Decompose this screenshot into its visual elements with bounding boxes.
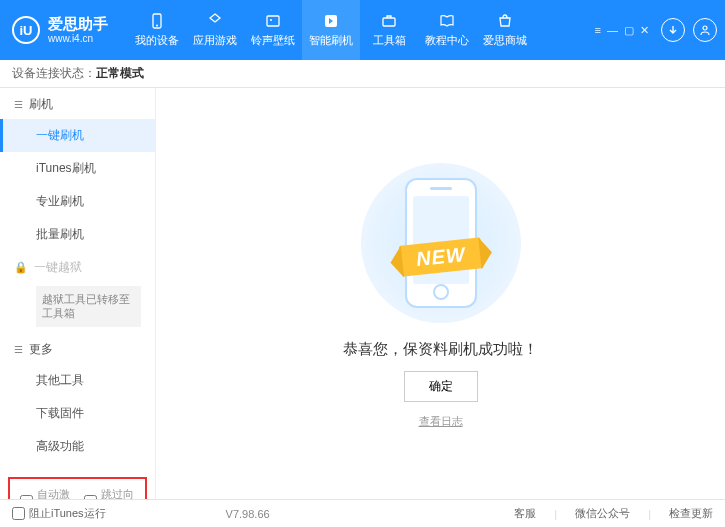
nav-store[interactable]: 爱思商城 <box>476 0 534 60</box>
device-icon <box>148 12 166 30</box>
lock-icon: 🔒 <box>14 261 28 274</box>
sidebar-item-itunes-flash[interactable]: iTunes刷机 <box>0 152 155 185</box>
app-title: 爱思助手 <box>48 16 108 33</box>
sidebar-item-advanced[interactable]: 高级功能 <box>0 430 155 463</box>
main-content: NEW 恭喜您，保资料刷机成功啦！ 确定 查看日志 <box>156 88 725 499</box>
flash-icon <box>322 12 340 30</box>
menu-icon[interactable]: ≡ <box>595 24 601 37</box>
app-header: iU 爱思助手 www.i4.cn 我的设备 应用游戏 铃声壁纸 智能刷机 工具… <box>0 0 725 60</box>
sidebar-item-batch-flash[interactable]: 批量刷机 <box>0 218 155 251</box>
svg-point-6 <box>703 26 707 30</box>
options-highlight-box: 自动激活 跳过向导 <box>8 477 147 499</box>
book-icon <box>438 12 456 30</box>
chevron-icon: ☰ <box>14 344 23 355</box>
section-jailbreak: 🔒 一键越狱 <box>0 251 155 282</box>
window-controls: ≡ — ▢ ✕ <box>595 24 649 37</box>
success-message: 恭喜您，保资料刷机成功啦！ <box>343 340 538 359</box>
store-icon <box>496 12 514 30</box>
toolbox-icon <box>380 12 398 30</box>
footer-link-support[interactable]: 客服 <box>514 506 536 521</box>
status-value: 正常模式 <box>96 65 144 82</box>
maximize-icon[interactable]: ▢ <box>624 24 634 37</box>
checkbox-block-itunes[interactable]: 阻止iTunes运行 <box>12 506 106 521</box>
checkbox-auto-activate[interactable]: 自动激活 <box>20 487 72 499</box>
nav-toolbox[interactable]: 工具箱 <box>360 0 418 60</box>
svg-point-1 <box>156 25 158 27</box>
nav-flash[interactable]: 智能刷机 <box>302 0 360 60</box>
logo-icon: iU <box>12 16 40 44</box>
section-flash[interactable]: ☰ 刷机 <box>0 88 155 119</box>
svg-rect-5 <box>383 18 395 26</box>
logo-area: iU 爱思助手 www.i4.cn <box>12 16 108 44</box>
footer: 阻止iTunes运行 V7.98.66 客服 | 微信公众号 | 检查更新 <box>0 499 725 527</box>
view-log-link[interactable]: 查看日志 <box>419 414 463 429</box>
sidebar-item-other-tools[interactable]: 其他工具 <box>0 364 155 397</box>
jailbreak-note: 越狱工具已转移至工具箱 <box>36 286 141 327</box>
nav-ringtones[interactable]: 铃声壁纸 <box>244 0 302 60</box>
download-button[interactable] <box>661 18 685 42</box>
footer-link-wechat[interactable]: 微信公众号 <box>575 506 630 521</box>
sidebar-item-download-firmware[interactable]: 下载固件 <box>0 397 155 430</box>
section-more[interactable]: ☰ 更多 <box>0 333 155 364</box>
status-label: 设备连接状态： <box>12 65 96 82</box>
minimize-icon[interactable]: — <box>607 24 618 37</box>
top-nav: 我的设备 应用游戏 铃声壁纸 智能刷机 工具箱 教程中心 爱思商城 <box>128 0 534 60</box>
app-url: www.i4.cn <box>48 33 108 44</box>
success-illustration: NEW <box>336 158 546 328</box>
svg-rect-2 <box>267 16 279 26</box>
footer-link-update[interactable]: 检查更新 <box>669 506 713 521</box>
nav-apps[interactable]: 应用游戏 <box>186 0 244 60</box>
sidebar-item-pro-flash[interactable]: 专业刷机 <box>0 185 155 218</box>
chevron-icon: ☰ <box>14 99 23 110</box>
confirm-button[interactable]: 确定 <box>404 371 478 402</box>
image-icon <box>264 12 282 30</box>
version-label: V7.98.66 <box>226 508 270 520</box>
user-button[interactable] <box>693 18 717 42</box>
svg-point-3 <box>270 19 272 21</box>
sidebar: ☰ 刷机 一键刷机 iTunes刷机 专业刷机 批量刷机 🔒 一键越狱 越狱工具… <box>0 88 156 499</box>
status-bar: 设备连接状态： 正常模式 <box>0 60 725 88</box>
nav-my-device[interactable]: 我的设备 <box>128 0 186 60</box>
nav-tutorials[interactable]: 教程中心 <box>418 0 476 60</box>
close-icon[interactable]: ✕ <box>640 24 649 37</box>
app-icon <box>206 12 224 30</box>
checkbox-skip-guide[interactable]: 跳过向导 <box>84 487 136 499</box>
sidebar-item-oneclick-flash[interactable]: 一键刷机 <box>0 119 155 152</box>
